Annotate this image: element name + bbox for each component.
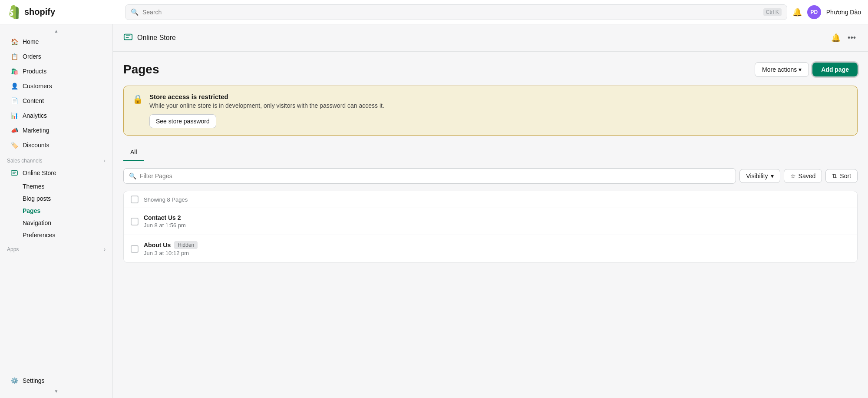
sort-button[interactable]: ⇅ Sort: [825, 169, 858, 183]
sidebar-item-label: Marketing: [23, 127, 49, 134]
search-icon: 🔍: [131, 8, 139, 16]
visibility-button[interactable]: Visibility ▾: [739, 169, 780, 183]
lock-icon: 🔒: [132, 94, 143, 104]
sidebar-item-label: Content: [23, 97, 44, 104]
header-right: 🔔 PD Phương Đào: [792, 5, 861, 19]
table-header-row: Showing 8 Pages: [124, 191, 857, 208]
row-title-about-us: About Us Hidden: [144, 241, 850, 249]
marketing-icon: 📣: [10, 126, 18, 134]
sidebar-item-analytics[interactable]: 📊 Analytics: [3, 108, 109, 123]
saved-label: Saved: [799, 172, 816, 179]
logo-area: shopify: [7, 5, 120, 19]
header-actions-right: 🔔 •••: [829, 31, 858, 44]
row-checkbox-contact-us-2[interactable]: [131, 218, 139, 226]
analytics-icon: 📊: [10, 112, 18, 119]
pages-table: Showing 8 Pages Contact Us 2 Jun 8 at 1:…: [123, 191, 858, 263]
sidebar-sub-item-blog-posts[interactable]: Blog posts: [3, 192, 109, 205]
sidebar-item-label: Home: [23, 38, 39, 45]
sidebar-item-marketing[interactable]: 📣 Marketing: [3, 123, 109, 138]
sidebar-item-settings[interactable]: ⚙️ Settings: [3, 373, 109, 388]
online-store-icon: [10, 169, 18, 177]
search-shortcut: Ctrl K: [763, 8, 782, 16]
sidebar: ▲ 🏠 Home 📋 Orders 🛍️ Products 👤 Customer…: [0, 24, 113, 398]
alert-title: Store access is restricted: [149, 93, 848, 100]
sidebar-item-online-store[interactable]: Online Store: [3, 166, 109, 180]
sidebar-item-products[interactable]: 🛍️ Products: [3, 64, 109, 79]
filter-row: 🔍 Visibility ▾ ☆ Saved ⇅ Sort: [123, 168, 858, 184]
sidebar-sub-item-pages[interactable]: Pages: [3, 205, 109, 217]
shopify-logo-icon: [7, 5, 21, 19]
alert-text-area: Store access is restricted While your on…: [149, 93, 848, 128]
more-actions-button[interactable]: More actions ▾: [755, 62, 809, 77]
online-store-header-icon: [123, 32, 133, 44]
settings-icon: ⚙️: [10, 377, 18, 385]
saved-button[interactable]: ☆ Saved: [784, 169, 822, 183]
search-input[interactable]: [142, 9, 760, 16]
visibility-chevron-down-icon: ▾: [771, 172, 774, 179]
row-date-about-us: Jun 3 at 10:12 pm: [144, 250, 850, 256]
sort-icon: ⇅: [832, 172, 837, 179]
online-store-header-title: Online Store: [137, 34, 176, 42]
shopify-wordmark: shopify: [24, 7, 55, 17]
content-area: Online Store 🔔 ••• Pages More actions ▾ …: [113, 24, 868, 398]
alert-description: While your online store is in developmen…: [149, 102, 848, 109]
sidebar-sub-item-preferences[interactable]: Preferences: [3, 229, 109, 241]
sort-label: Sort: [840, 172, 851, 179]
bell-icon[interactable]: 🔔: [792, 7, 802, 17]
table-row[interactable]: Contact Us 2 Jun 8 at 1:56 pm: [124, 208, 857, 235]
apps-label: Apps ›: [0, 241, 112, 254]
pages-header: Pages More actions ▾ Add page: [123, 62, 858, 77]
chevron-down-icon: ▾: [799, 66, 802, 73]
online-store-subheader: Online Store 🔔 •••: [113, 24, 868, 52]
store-bell-icon-button[interactable]: 🔔: [829, 31, 842, 44]
apps-chevron-right-icon[interactable]: ›: [104, 246, 106, 252]
sidebar-item-label: Customers: [23, 83, 52, 90]
more-actions-label: More actions: [762, 66, 797, 73]
row-content-contact-us-2: Contact Us 2 Jun 8 at 1:56 pm: [144, 214, 850, 229]
sidebar-item-content[interactable]: 📄 Content: [3, 93, 109, 108]
hidden-badge: Hidden: [174, 241, 198, 249]
sidebar-item-discounts[interactable]: 🏷️ Discounts: [3, 138, 109, 153]
chevron-right-icon[interactable]: ›: [104, 158, 106, 164]
main-layout: ▲ 🏠 Home 📋 Orders 🛍️ Products 👤 Customer…: [0, 24, 868, 398]
filter-input-wrap[interactable]: 🔍: [123, 168, 736, 184]
themes-label: Themes: [23, 183, 45, 190]
sidebar-item-orders[interactable]: 📋 Orders: [3, 49, 109, 64]
table-row[interactable]: About Us Hidden Jun 3 at 10:12 pm: [124, 235, 857, 262]
filter-pages-input[interactable]: [140, 172, 730, 179]
store-access-alert: 🔒 Store access is restricted While your …: [123, 86, 858, 136]
preferences-label: Preferences: [23, 232, 55, 239]
tabs-row: All: [123, 144, 858, 161]
navigation-label: Navigation: [23, 219, 51, 226]
customers-icon: 👤: [10, 82, 18, 90]
sidebar-sub-item-themes[interactable]: Themes: [3, 180, 109, 192]
visibility-label: Visibility: [746, 172, 768, 179]
more-options-button[interactable]: •••: [846, 32, 858, 44]
tab-all[interactable]: All: [123, 144, 144, 161]
discounts-icon: 🏷️: [10, 141, 18, 149]
sidebar-item-label: Discounts: [23, 142, 49, 149]
sidebar-sub-item-navigation[interactable]: Navigation: [3, 217, 109, 229]
sidebar-item-label: Online Store: [23, 169, 56, 176]
row-date-contact-us-2: Jun 8 at 1:56 pm: [144, 222, 850, 229]
search-bar[interactable]: 🔍 Ctrl K: [125, 4, 787, 20]
sidebar-item-label: Products: [23, 68, 46, 75]
add-page-button[interactable]: Add page: [812, 63, 858, 76]
sidebar-item-home[interactable]: 🏠 Home: [3, 34, 109, 49]
sales-channels-label: Sales channels ›: [0, 153, 112, 166]
star-icon: ☆: [790, 172, 796, 179]
sidebar-item-label: Analytics: [23, 112, 47, 119]
filter-search-icon: 🔍: [129, 172, 136, 179]
row-checkbox-about-us[interactable]: [131, 245, 139, 253]
pages-content: Pages More actions ▾ Add page 🔒 Store ac…: [113, 52, 868, 273]
select-all-checkbox[interactable]: [131, 196, 139, 203]
content-icon: 📄: [10, 97, 18, 105]
sidebar-scroll-down: ▼: [0, 388, 112, 395]
pages-label: Pages: [23, 207, 40, 214]
svg-rect-1: [124, 34, 132, 40]
svg-rect-0: [11, 171, 17, 176]
top-header: shopify 🔍 Ctrl K 🔔 PD Phương Đào: [0, 0, 868, 24]
sidebar-item-customers[interactable]: 👤 Customers: [3, 79, 109, 93]
page-title: Pages: [123, 63, 159, 76]
see-store-password-button[interactable]: See store password: [149, 114, 216, 128]
